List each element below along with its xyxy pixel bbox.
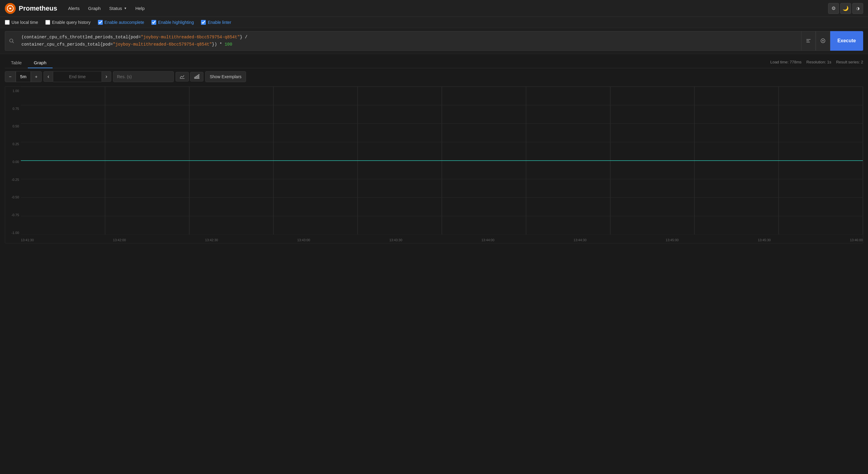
next-time-button[interactable]: › [101, 71, 111, 82]
search-icon [5, 31, 18, 51]
linter-option[interactable]: Enable linter [201, 20, 231, 25]
linter-checkbox[interactable] [201, 20, 206, 25]
contrast-button[interactable]: ◑ [852, 3, 863, 14]
chart-area: 1.00 0.75 0.50 0.25 0.00 -0.25 -0.50 -0.… [5, 86, 863, 243]
query-prefix-2: container_cpu_cfs_periods_total{pod= [22, 42, 113, 47]
svg-rect-11 [196, 76, 197, 78]
tab-graph[interactable]: Graph [28, 58, 53, 68]
use-local-time-option[interactable]: Use local time [5, 20, 38, 25]
nav-help[interactable]: Help [132, 4, 148, 13]
highlighting-option[interactable]: Enable highlighting [151, 20, 194, 25]
query-input[interactable]: (container_cpu_cfs_throttled_periods_tot… [18, 31, 801, 51]
settings-button[interactable]: ⚙ [828, 3, 839, 14]
tab-table[interactable]: Table [5, 58, 28, 68]
svg-rect-10 [195, 77, 195, 78]
nav-alerts[interactable]: Alerts [64, 4, 83, 13]
theme-button[interactable]: 🌙 [840, 3, 851, 14]
chart-svg [21, 87, 863, 235]
query-string-2: "joyboy-multithreaded-6bcc579754-q854t" [113, 42, 212, 47]
navbar-actions: ⚙ 🌙 ◑ [828, 3, 863, 14]
load-time: Load time: 778ms [770, 60, 802, 64]
meta-info: Load time: 778ms Resolution: 1s Result s… [770, 60, 863, 66]
query-history-label: Enable query history [52, 20, 91, 25]
x-label-3: 13:43:00 [297, 238, 310, 242]
y-label-100: 1.00 [5, 89, 19, 93]
duration-input[interactable] [16, 71, 31, 82]
y-label-n075: -0.75 [5, 213, 19, 217]
line-chart-button[interactable] [176, 72, 189, 81]
query-line-2: container_cpu_cfs_periods_total{pod="joy… [22, 41, 798, 48]
result-series: Result series: 2 [836, 60, 863, 64]
query-history-option[interactable]: Enable query history [45, 20, 91, 25]
query-string-1: "joyboy-multithreaded-6bcc579754-q854t" [141, 35, 240, 39]
query-line-1: (container_cpu_cfs_throttled_periods_tot… [22, 34, 798, 40]
prev-time-button[interactable]: ‹ [43, 71, 53, 82]
decrease-duration-button[interactable]: − [5, 71, 16, 82]
main-nav: Alerts Graph Status ▼ Help [64, 4, 148, 13]
y-axis: 1.00 0.75 0.50 0.25 0.00 -0.25 -0.50 -0.… [5, 87, 21, 235]
x-label-0: 13:41:30 [21, 238, 34, 242]
x-label-2: 13:42:30 [205, 238, 218, 242]
use-local-time-label: Use local time [11, 20, 38, 25]
y-label-025: 0.25 [5, 142, 19, 146]
show-exemplars-button[interactable]: Show Exemplars [205, 71, 246, 82]
format-button[interactable] [801, 31, 816, 51]
x-label-8: 13:45:30 [758, 238, 771, 242]
autocomplete-checkbox[interactable] [98, 20, 103, 25]
duration-group: − + [5, 71, 42, 82]
metrics-button[interactable] [816, 31, 830, 51]
x-label-5: 13:44:00 [482, 238, 494, 242]
highlighting-label: Enable highlighting [158, 20, 194, 25]
autocomplete-label: Enable autocomplete [104, 20, 145, 25]
nav-graph[interactable]: Graph [85, 4, 104, 13]
chart-type-group [176, 72, 204, 81]
query-suffix-1: } / [240, 35, 248, 39]
use-local-time-checkbox[interactable] [5, 20, 10, 25]
graph-controls: − + ‹ › [5, 68, 863, 85]
x-label-6: 13:44:30 [574, 238, 587, 242]
query-area: (container_cpu_cfs_throttled_periods_tot… [0, 28, 868, 54]
main-content: Table Graph Load time: 778ms Resolution:… [0, 54, 868, 247]
linter-label: Enable linter [208, 20, 231, 25]
end-time-input[interactable] [53, 71, 101, 82]
autocomplete-option[interactable]: Enable autocomplete [98, 20, 145, 25]
query-history-checkbox[interactable] [45, 20, 50, 25]
svg-rect-13 [198, 74, 199, 78]
y-label-050: 0.50 [5, 124, 19, 128]
app-title: Prometheus [19, 4, 57, 12]
query-suffix-2: }) * [212, 42, 224, 47]
increase-duration-button[interactable]: + [31, 71, 42, 82]
execute-button[interactable]: Execute [830, 31, 863, 51]
y-label-075: 0.75 [5, 107, 19, 110]
resolution-input[interactable] [113, 71, 174, 82]
query-prefix-1: (container_cpu_cfs_throttled_periods_tot… [22, 35, 141, 39]
x-label-4: 13:43:30 [389, 238, 402, 242]
stacked-chart-button[interactable] [190, 72, 204, 81]
x-label-1: 13:42:00 [113, 238, 126, 242]
svg-point-1 [10, 39, 13, 42]
navbar: Prometheus Alerts Graph Status ▼ Help ⚙ … [0, 0, 868, 17]
query-action-buttons: Execute [801, 31, 863, 51]
y-label-n025: -0.25 [5, 178, 19, 181]
x-label-7: 13:45:00 [666, 238, 679, 242]
dropdown-arrow-icon: ▼ [124, 7, 127, 10]
options-bar: Use local time Enable query history Enab… [0, 17, 868, 28]
y-label-000: 0.00 [5, 160, 19, 164]
brand: Prometheus [5, 3, 57, 14]
y-label-n050: -0.50 [5, 195, 19, 199]
svg-line-2 [12, 42, 13, 43]
logo [5, 3, 16, 14]
query-number: 100 [224, 42, 232, 47]
nav-status[interactable]: Status ▼ [105, 4, 130, 13]
x-axis: 13:41:30 13:42:00 13:42:30 13:43:00 13:4… [21, 238, 863, 242]
end-time-group: ‹ › [43, 71, 111, 82]
tabs-row: Table Graph Load time: 778ms Resolution:… [5, 58, 863, 68]
svg-rect-12 [197, 75, 198, 78]
y-label-n100: -1.00 [5, 231, 19, 235]
resolution: Resolution: 1s [806, 60, 831, 64]
x-label-9: 13:46:00 [850, 238, 863, 242]
highlighting-checkbox[interactable] [151, 20, 156, 25]
